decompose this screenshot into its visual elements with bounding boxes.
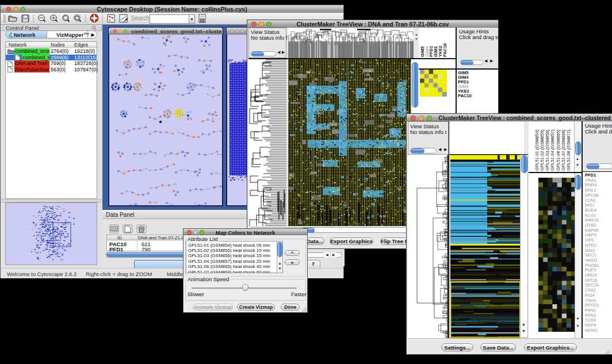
svg-text:GPL51-02 (GSM855): GPL51-02 (GSM855) [540,129,545,171]
svg-text:GPL51-04 (GSM857): GPL51-04 (GSM857) [550,129,555,171]
svg-text:GPL51-03 (GSM856): GPL51-03 (GSM856) [545,129,550,171]
svg-text:PAC10: PAC10 [442,43,447,57]
svg-text:GPL51-01 (GSM854): GPL51-01 (GSM854) [534,129,540,171]
svg-text:GPL51-08 (GSM872): GPL51-08 (GSM872) [566,129,571,171]
svg-text:GPL51-07 (GSM868): GPL51-07 (GSM868) [561,129,566,171]
svg-text:GPL51-06 (GSM865): GPL51-06 (GSM865) [556,129,561,171]
